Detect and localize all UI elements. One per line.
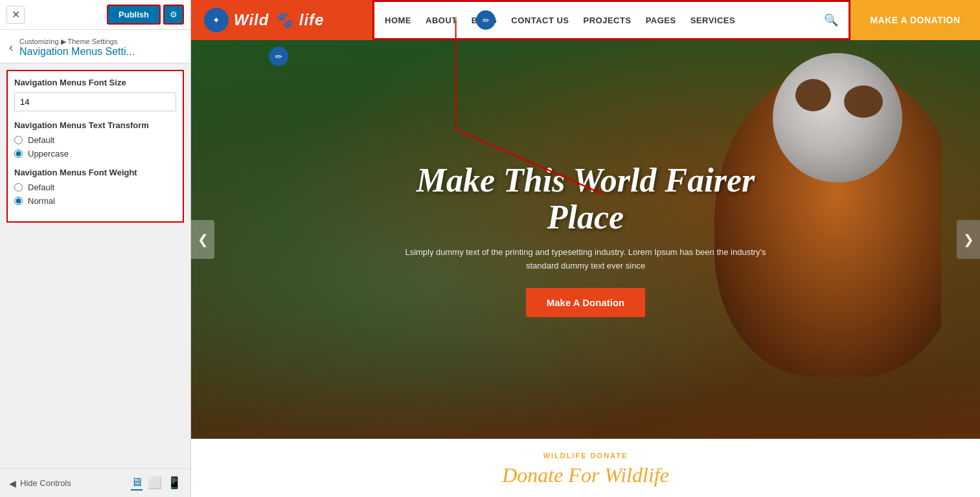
text-transform-default-radio[interactable]: [14, 136, 23, 144]
nav-item-services[interactable]: SERVICES: [690, 14, 736, 26]
nav-link-contact[interactable]: CONTACT US: [511, 16, 569, 25]
logo-life: life: [299, 11, 325, 28]
text-transform-default-label: Default: [28, 135, 54, 145]
back-arrow-icon[interactable]: ‹: [9, 41, 13, 54]
font-weight-default-label: Default: [28, 182, 54, 192]
breadcrumb-text: Customizing ▶ Theme Settings: [19, 38, 135, 46]
font-weight-label: Navigation Menus Font Weight: [14, 168, 176, 177]
search-icon[interactable]: 🔍: [824, 13, 838, 27]
text-transform-group: Default Uppercase: [14, 135, 176, 159]
donate-heading: Donate For Wildlife: [204, 463, 967, 487]
hero-content: Make This World Fairer Place Lsimply dum…: [391, 162, 780, 318]
nav-item-contact[interactable]: CONTACT US: [511, 14, 569, 26]
hide-controls-button[interactable]: ◀ Hide Controls: [9, 478, 71, 489]
panda-eye-left: [844, 85, 883, 118]
publish-area: Publish ⚙: [107, 5, 184, 25]
hero-subtitle: Lsimply dummy text of the printing and t…: [391, 246, 780, 273]
text-transform-uppercase-radio[interactable]: [14, 149, 23, 158]
settings-panel: Navigation Menus Font Size Navigation Me…: [0, 63, 190, 469]
hero-donate-button[interactable]: Make A Donation: [526, 288, 646, 317]
font-weight-normal-option[interactable]: Normal: [14, 196, 176, 206]
slider-prev-button[interactable]: ❮: [191, 220, 214, 259]
font-size-input[interactable]: [14, 93, 176, 111]
nav-item-about[interactable]: ABOUT: [426, 14, 457, 26]
settings-box: Navigation Menus Font Size Navigation Me…: [6, 70, 184, 223]
device-icons-group: 🖥 ⬜ 📱: [131, 476, 181, 491]
text-transform-uppercase-option[interactable]: Uppercase: [14, 149, 176, 159]
hero-subtitle-line2: standard dummy text ever since: [526, 261, 645, 271]
nav-link-projects[interactable]: PROJECTS: [584, 16, 632, 25]
customizer-topbar: ✕ Publish ⚙: [0, 0, 190, 30]
logo-text: Wild 🐾 life: [234, 11, 324, 29]
nav-link-about[interactable]: ABOUT: [426, 16, 457, 25]
bottom-bar: ◀ Hide Controls 🖥 ⬜ 📱: [0, 469, 190, 497]
publish-button[interactable]: Publish: [107, 5, 161, 25]
nav-link-home[interactable]: HOME: [385, 16, 411, 25]
back-navigation: ‹ Customizing ▶ Theme Settings Navigatio…: [0, 30, 190, 63]
desktop-device-icon[interactable]: 🖥: [131, 476, 142, 491]
font-weight-normal-label: Normal: [28, 196, 55, 206]
logo-icon: ✦: [204, 8, 229, 32]
hide-controls-arrow-icon: ◀: [9, 478, 16, 489]
panda-face: [773, 53, 902, 182]
hide-controls-label: Hide Controls: [20, 478, 71, 488]
nav-item-projects[interactable]: PROJECTS: [584, 14, 632, 26]
header-donate-button[interactable]: MAKE A DONATION: [850, 0, 980, 40]
compass-icon: ✦: [212, 15, 220, 25]
hero-subtitle-line1: Lsimply dummy text of the printing and t…: [405, 247, 766, 257]
tablet-device-icon[interactable]: ⬜: [148, 476, 162, 491]
nav-links: HOME ABOUT BLOG CONTACT US PROJECTS PAGE…: [385, 14, 735, 26]
close-button[interactable]: ✕: [6, 6, 25, 24]
wildlife-donate-label: WILDLIFE DONATE: [204, 452, 967, 459]
panda-ear-right: [795, 79, 831, 111]
nav-item-home[interactable]: HOME: [385, 14, 411, 26]
hero-title: Make This World Fairer Place: [391, 162, 780, 236]
font-weight-normal-radio[interactable]: [14, 197, 23, 205]
header-edit-icon[interactable]: ✏: [476, 10, 496, 30]
mobile-device-icon[interactable]: 📱: [167, 476, 181, 491]
gear-button[interactable]: ⚙: [163, 5, 184, 25]
hero-section: ✏ Make This World Fairer Place Lsimply d…: [191, 40, 980, 439]
text-transform-default-option[interactable]: Default: [14, 135, 176, 145]
text-transform-uppercase-label: Uppercase: [28, 149, 69, 159]
text-transform-label: Navigation Menus Text Transform: [14, 120, 176, 130]
section-title: Navigation Menus Setti...: [19, 46, 135, 58]
breadcrumb: Customizing ▶ Theme Settings Navigation …: [19, 38, 135, 58]
logo-wild: Wild 🐾: [234, 11, 294, 28]
logo-area: ✦ Wild 🐾 life: [191, 0, 372, 40]
nav-area: HOME ABOUT BLOG CONTACT US PROJECTS PAGE…: [372, 0, 850, 40]
nav-link-services[interactable]: SERVICES: [690, 16, 736, 25]
below-hero-section: WILDLIFE DONATE Donate For Wildlife: [191, 439, 980, 497]
customizer-panel: ✕ Publish ⚙ ‹ Customizing ▶ Theme Settin…: [0, 0, 191, 497]
site-preview: ✦ Wild 🐾 life ✏ HOME ABOUT BLOG CONTACT …: [191, 0, 980, 497]
slider-next-button[interactable]: ❯: [957, 220, 980, 259]
nav-item-pages[interactable]: PAGES: [646, 14, 676, 26]
font-weight-default-radio[interactable]: [14, 183, 23, 192]
font-weight-default-option[interactable]: Default: [14, 182, 176, 192]
nav-link-pages[interactable]: PAGES: [646, 16, 676, 25]
hero-edit-icon[interactable]: ✏: [269, 47, 288, 66]
site-header: ✦ Wild 🐾 life ✏ HOME ABOUT BLOG CONTACT …: [191, 0, 980, 40]
font-weight-group: Default Normal: [14, 182, 176, 206]
font-size-label: Navigation Menus Font Size: [14, 78, 176, 87]
